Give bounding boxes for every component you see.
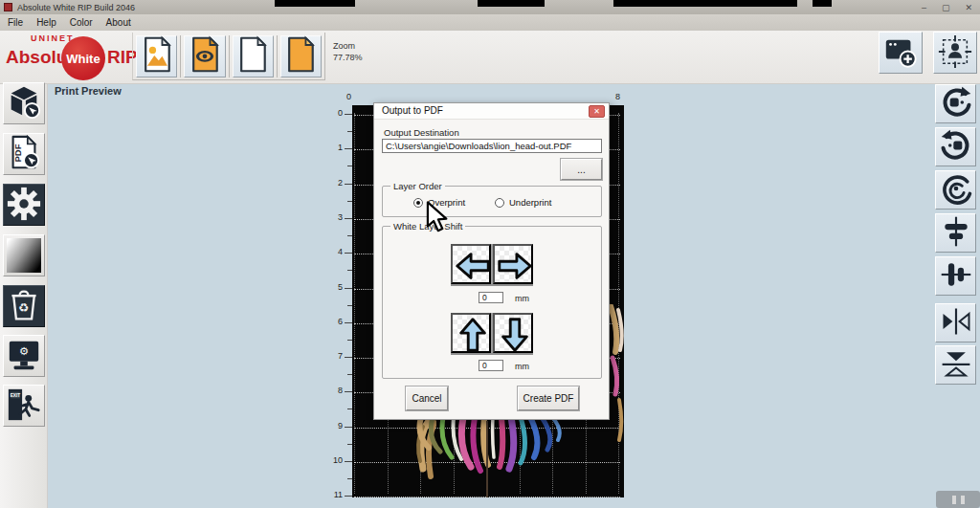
open-image-button[interactable] xyxy=(136,35,177,77)
rotate-180-button[interactable] xyxy=(935,170,976,210)
flip-horizontal-button[interactable] xyxy=(935,303,976,342)
underprint-radio[interactable]: Underprint xyxy=(495,197,551,208)
video-artifact xyxy=(275,0,355,7)
document-toolbar xyxy=(132,33,325,80)
white-layer-shift-group: White Layer Shift mm xyxy=(382,226,602,379)
settings-gear-icon xyxy=(6,186,42,225)
shift-left-button[interactable] xyxy=(451,244,491,284)
center-vertical-button[interactable] xyxy=(935,213,976,253)
layer-order-group: Layer Order Overprint Underprint xyxy=(382,186,602,217)
h-ruler-number: 8 xyxy=(615,92,620,101)
output-path-input[interactable] xyxy=(382,139,602,153)
settings-button[interactable] xyxy=(3,184,45,226)
center-object-icon xyxy=(937,33,973,73)
vertical-ruler: 01234567891011 xyxy=(323,105,352,502)
new-window-button[interactable] xyxy=(879,32,923,74)
vertical-shift-unit: mm xyxy=(515,362,529,371)
monitor-settings-button[interactable]: ⚙ xyxy=(3,335,45,377)
v-ruler-number: 4 xyxy=(327,247,343,256)
vertical-shift-input[interactable] xyxy=(479,360,503,371)
exit-icon: EXIT xyxy=(6,387,42,426)
monitor-settings-icon: ⚙ xyxy=(6,337,42,376)
center-object-button[interactable] xyxy=(933,32,977,74)
grid-line-vertical xyxy=(354,113,355,494)
center-horizontal-icon xyxy=(939,257,973,295)
v-ruler-number: 0 xyxy=(327,108,343,118)
arrow-right-icon xyxy=(495,246,535,286)
v-ruler-number: 3 xyxy=(327,212,343,222)
preview-document-button[interactable] xyxy=(184,35,225,77)
video-pause-overlay[interactable] xyxy=(936,491,980,508)
svg-text:PDF: PDF xyxy=(12,144,23,162)
output-to-pdf-dialog: Output to PDF ✕ Output Destination ... L… xyxy=(373,102,610,420)
logo-circle: White xyxy=(61,36,105,80)
ruler-tick xyxy=(345,427,352,428)
recycle-bin-icon: ♻ xyxy=(7,288,41,325)
menu-file[interactable]: File xyxy=(8,17,23,28)
center-vertical-icon xyxy=(939,214,973,252)
header-toolbar: UNINET Absolute White RIP ™ xyxy=(0,31,980,84)
rotate-cw-icon xyxy=(939,85,973,122)
maximize-button[interactable]: ▢ xyxy=(942,3,950,12)
ruler-tick xyxy=(345,391,352,392)
shift-up-button[interactable] xyxy=(451,313,491,353)
pdf-picker-button[interactable]: PDF xyxy=(3,133,45,175)
flip-vertical-icon xyxy=(939,346,973,384)
horizontal-shift-unit: mm xyxy=(515,294,529,303)
print-preview-label: Print Preview xyxy=(55,85,122,97)
object-3d-picker-icon xyxy=(6,84,42,123)
artwork-mane xyxy=(412,417,565,490)
arrow-down-icon xyxy=(495,315,535,355)
ruler-tick xyxy=(345,253,352,254)
color-document-icon xyxy=(284,35,317,77)
menu-help[interactable]: Help xyxy=(36,17,56,28)
app-logo: UNINET Absolute White RIP ™ xyxy=(6,32,149,83)
rotate-cw-button[interactable] xyxy=(935,84,976,123)
ruler-tick xyxy=(345,184,352,185)
menu-about[interactable]: About xyxy=(106,17,131,28)
object-3d-picker-button[interactable] xyxy=(3,82,45,124)
v-ruler-number: 5 xyxy=(327,282,343,292)
radio-selected-icon xyxy=(413,198,423,208)
gradient-swatch-icon xyxy=(7,238,41,273)
v-ruler-number: 11 xyxy=(327,490,343,499)
ruler-tick xyxy=(345,357,352,358)
toolbar-separator xyxy=(277,35,278,77)
svg-text:♻: ♻ xyxy=(18,300,29,315)
h-ruler-number: 0 xyxy=(346,92,351,101)
recycle-bin-button[interactable]: ♻ xyxy=(3,285,45,327)
dialog-close-button[interactable]: ✕ xyxy=(589,105,605,118)
minimize-button[interactable]: – xyxy=(922,3,926,12)
flip-vertical-button[interactable] xyxy=(935,345,976,385)
color-document-button[interactable] xyxy=(280,35,322,77)
browse-button[interactable]: ... xyxy=(561,159,602,180)
ruler-tick xyxy=(345,461,352,462)
center-horizontal-button[interactable] xyxy=(935,256,976,296)
ruler-tick xyxy=(345,288,352,289)
menu-bar: File Help Color About xyxy=(0,14,980,31)
horizontal-shift-input[interactable] xyxy=(479,292,503,303)
menu-color[interactable]: Color xyxy=(70,17,93,28)
cancel-button[interactable]: Cancel xyxy=(406,387,448,410)
blank-document-button[interactable] xyxy=(233,35,274,77)
horizontal-shift-buttons xyxy=(451,244,533,286)
arrow-left-icon xyxy=(453,246,493,286)
toolbar-separator xyxy=(229,35,230,77)
video-artifact xyxy=(478,0,545,7)
window-title: Absolute White RIP Build 2046 xyxy=(17,3,135,12)
ruler-tick xyxy=(345,114,352,115)
pdf-picker-icon: PDF xyxy=(6,135,42,174)
zoom-value: 77.78% xyxy=(333,52,363,63)
shift-down-button[interactable] xyxy=(493,313,533,353)
rotate-ccw-button[interactable] xyxy=(935,127,976,166)
shift-right-button[interactable] xyxy=(493,244,533,284)
gradient-tool-button[interactable] xyxy=(3,234,45,276)
create-pdf-button[interactable]: Create PDF xyxy=(518,387,579,410)
v-ruler-number: 8 xyxy=(327,386,343,395)
close-button[interactable]: ✕ xyxy=(965,3,972,12)
vertical-shift-buttons xyxy=(451,313,533,355)
exit-button[interactable]: EXIT xyxy=(3,385,45,427)
left-sidebar: PDF ♻ ⚙ EXIT xyxy=(0,84,48,508)
ruler-tick xyxy=(345,496,352,497)
dialog-title-bar[interactable]: Output to PDF ✕ xyxy=(374,103,609,120)
